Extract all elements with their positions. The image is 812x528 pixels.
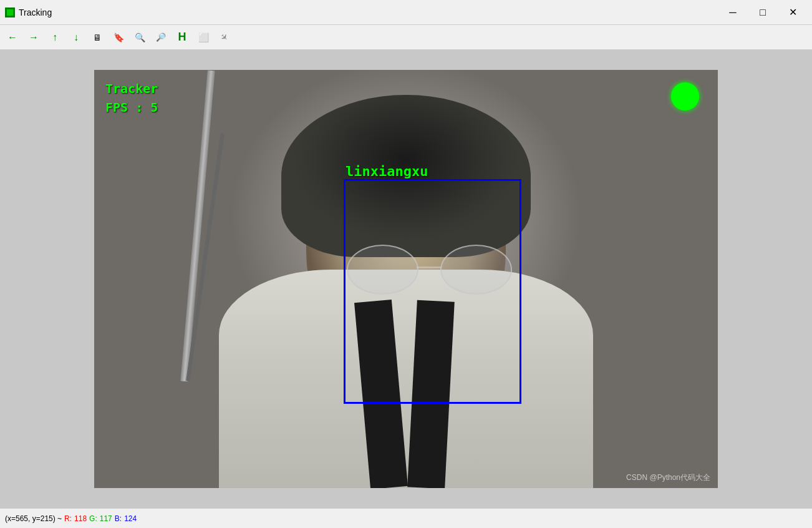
toolbar bbox=[0, 25, 812, 50]
zoom-out-button[interactable] bbox=[151, 28, 171, 47]
h-button[interactable] bbox=[172, 28, 192, 47]
r-channel-label: R: bbox=[64, 514, 72, 523]
tracking-bounding-box bbox=[344, 179, 521, 404]
status-bar: (x=565, y=215) ~ R: 118 G: 117 B: 124 bbox=[0, 508, 812, 528]
forward-button[interactable] bbox=[24, 28, 44, 47]
coords-text: (x=565, y=215) ~ bbox=[5, 514, 62, 523]
svg-rect-1 bbox=[7, 9, 13, 16]
zoom-in-button[interactable] bbox=[130, 28, 150, 47]
tracked-person-name: linxiangxu bbox=[346, 164, 428, 179]
pixel-coords-display: (x=565, y=215) ~ R: 118 G: 117 B: 124 bbox=[5, 514, 137, 523]
bookmark-button[interactable] bbox=[109, 28, 128, 47]
content-area: Tracker FPS : 5 linxiangxu CSDN @Python代… bbox=[0, 50, 812, 508]
g-channel-value: 117 bbox=[100, 514, 112, 523]
up-button[interactable] bbox=[45, 28, 65, 47]
close-button[interactable]: ✕ bbox=[778, 3, 807, 22]
down-button[interactable] bbox=[66, 28, 86, 47]
green-dot-indicator bbox=[671, 82, 699, 110]
b-channel-value: 124 bbox=[124, 514, 137, 523]
watermark: CSDN @Python代码大全 bbox=[626, 472, 710, 483]
maximize-button[interactable]: □ bbox=[748, 3, 777, 22]
window-controls: ─ □ ✕ bbox=[718, 3, 807, 22]
window-title: Tracking bbox=[19, 7, 718, 17]
video-frame: Tracker FPS : 5 linxiangxu CSDN @Python代… bbox=[94, 70, 718, 488]
fps-text: FPS : 5 bbox=[105, 98, 158, 117]
app-icon bbox=[5, 7, 15, 17]
tracker-overlay: Tracker FPS : 5 bbox=[105, 79, 158, 117]
b-channel-label: B: bbox=[115, 514, 122, 523]
tracker-text: Tracker bbox=[105, 79, 158, 98]
r-channel-value: 118 bbox=[74, 514, 87, 523]
monitor-button[interactable] bbox=[87, 28, 107, 47]
minimize-button[interactable]: ─ bbox=[718, 3, 747, 22]
title-bar: Tracking ─ □ ✕ bbox=[0, 0, 812, 25]
cursor-button[interactable] bbox=[215, 28, 234, 47]
crop-button[interactable] bbox=[193, 28, 213, 47]
g-channel-label: G: bbox=[89, 514, 97, 523]
back-button[interactable] bbox=[2, 28, 22, 47]
